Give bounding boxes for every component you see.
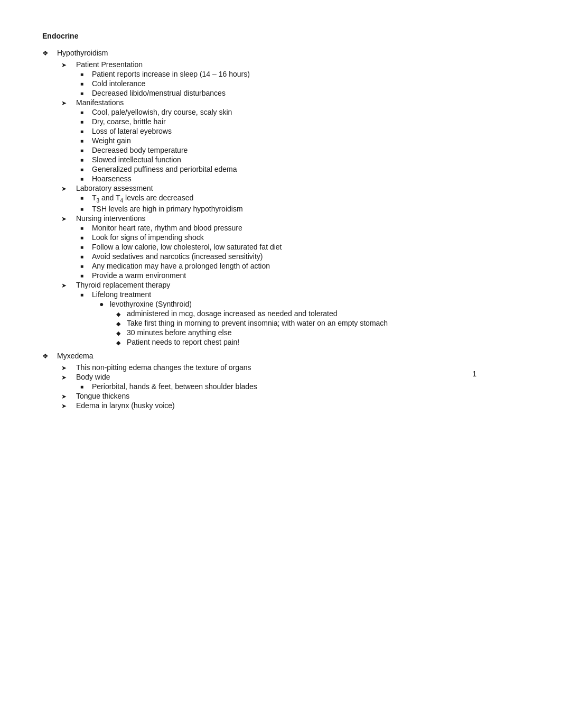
l3-text-lab2: TSH levels are high in primary hypothyro…	[92, 205, 243, 213]
list-item-drug-detail1: ◆ administered in mcg, dosage increased …	[116, 309, 519, 318]
list-item-ni2: ■ Look for signs of impending shock	[80, 233, 519, 242]
l2-label-patient-presentation: Patient Presentation	[76, 60, 143, 69]
l3-text-m6: Slowed intellectual function	[92, 155, 181, 164]
l5-text-d2: Take first thing in morning to prevent i…	[127, 319, 388, 327]
list-item-ni6: ■ Provide a warm environment	[80, 271, 519, 280]
l3-bullet-ni5: ■	[80, 262, 92, 269]
l2-bullet-tongue: ➤	[61, 392, 76, 400]
l3-bullet-m8: ■	[80, 174, 92, 182]
list-item-pp3: ■ Decreased libido/menstrual disturbance…	[80, 89, 519, 97]
l3-text-ni3: Follow a low calorie, low cholesterol, l…	[92, 243, 282, 251]
l3-text-m8: Hoarseness	[92, 174, 132, 183]
l5-bullet-d1: ◆	[116, 309, 127, 318]
l3-bullet-pp2: ■	[80, 79, 92, 87]
l3-bullet-m6: ■	[80, 155, 92, 163]
list-item-manifestations: ➤ Manifestations	[61, 98, 519, 107]
list-item-drug-detail2: ◆ Take first thing in morning to prevent…	[116, 319, 519, 327]
l3-bullet-m2: ■	[80, 117, 92, 125]
l3-text-ni1: Monitor heart rate, rhythm and blood pre…	[92, 224, 242, 232]
l3-text-lifelong: Lifelong treatment	[92, 290, 151, 299]
l3-bullet-ni6: ■	[80, 271, 92, 279]
l3-text-ni6: Provide a warm environment	[92, 271, 186, 280]
list-item-m2: ■ Dry, coarse, brittle hair	[80, 117, 519, 126]
l3-bullet-lifelong: ■	[80, 290, 92, 298]
list-item-ni4: ■ Avoid sedatives and narcotics (increas…	[80, 252, 519, 261]
l3-bullet-lab1: ■	[80, 193, 92, 201]
list-item-myxedema-desc: ➤ This non-pitting edema changes the tex…	[61, 363, 519, 372]
l5-bullet-d2: ◆	[116, 319, 127, 327]
list-item-m6: ■ Slowed intellectual function	[80, 155, 519, 164]
l2-bullet-myxedema-desc: ➤	[61, 363, 76, 372]
l2-bullet-laboratory: ➤	[61, 184, 76, 192]
l5-bullet-d4: ◆	[116, 338, 127, 346]
list-item-patient-presentation: ➤ Patient Presentation	[61, 60, 519, 69]
l3-text-lab1: T3 and T4 levels are decreased	[92, 193, 193, 204]
l3-bullet-ni2: ■	[80, 233, 92, 241]
list-item-tongue: ➤ Tongue thickens	[61, 392, 519, 400]
list-item-m7: ■ Generalized puffiness and periorbital …	[80, 165, 519, 173]
l4-text-levothyroxine: levothyroxine (Synthroid)	[110, 300, 192, 308]
l1-bullet-hypothyroidism: ❖	[42, 49, 57, 57]
l2-bullet-manifestations: ➤	[61, 98, 76, 107]
list-item-m1: ■ Cool, pale/yellowish, dry course, scal…	[80, 108, 519, 116]
l3-bullet-m5: ■	[80, 146, 92, 153]
l2-text-tongue: Tongue thickens	[76, 392, 129, 400]
list-item-ni3: ■ Follow a low calorie, low cholesterol,…	[80, 243, 519, 251]
l2-label-nursing: Nursing interventions	[76, 214, 146, 223]
l5-text-d3: 30 minutes before anything else	[127, 328, 231, 337]
list-item-pp2: ■ Cold intolerance	[80, 79, 519, 88]
l3-text-m1: Cool, pale/yellowish, dry course, scaly …	[92, 108, 232, 116]
l3-text-m3: Loss of lateral eyebrows	[92, 127, 172, 135]
l3-bullet-m7: ■	[80, 165, 92, 172]
l3-text-ni4: Avoid sedatives and narcotics (increased…	[92, 252, 263, 261]
list-item-larynx: ➤ Edema in larynx (husky voice)	[61, 401, 519, 410]
list-item-laboratory: ➤ Laboratory assessment	[61, 184, 519, 192]
l3-text-periorbital: Periorbital, hands & feet, between shoul…	[92, 382, 257, 391]
list-item-periorbital: ■ Periorbital, hands & feet, between sho…	[80, 382, 519, 391]
l2-bullet-thyroid: ➤	[61, 281, 76, 289]
list-item-myxedema: ❖ Myxedema	[42, 352, 519, 360]
list-item-m4: ■ Weight gain	[80, 136, 519, 145]
list-item-lab2: ■ TSH levels are high in primary hypothy…	[80, 205, 519, 213]
l3-text-ni2: Look for signs of impending shock	[92, 233, 204, 242]
page-number: 1	[472, 370, 476, 378]
l3-bullet-periorbital: ■	[80, 382, 92, 390]
list-item-pp1: ■ Patient reports increase in sleep (14 …	[80, 70, 519, 78]
l3-bullet-ni4: ■	[80, 252, 92, 260]
l3-bullet-ni3: ■	[80, 243, 92, 250]
list-item-body-wide: ➤ Body wide	[61, 373, 519, 381]
l2-bullet-body-wide: ➤	[61, 373, 76, 381]
l1-label-hypothyroidism: Hypothyroidism	[57, 49, 108, 57]
l3-text-ni5: Any medication may have a prolonged leng…	[92, 262, 270, 270]
l3-text-m7: Generalized puffiness and periorbital ed…	[92, 165, 237, 173]
l2-label-laboratory: Laboratory assessment	[76, 184, 153, 192]
l2-text-larynx: Edema in larynx (husky voice)	[76, 401, 175, 410]
l1-label-myxedema: Myxedema	[57, 352, 93, 360]
list-item-lab1: ■ T3 and T4 levels are decreased	[80, 193, 519, 204]
l2-text-myxedema-desc: This non-pitting edema changes the textu…	[76, 363, 251, 372]
list-item-m5: ■ Decreased body temperature	[80, 146, 519, 154]
l3-text-pp1: Patient reports increase in sleep (14 – …	[92, 70, 250, 78]
list-item-ni5: ■ Any medication may have a prolonged le…	[80, 262, 519, 270]
l3-bullet-m3: ■	[80, 127, 92, 134]
l3-text-pp2: Cold intolerance	[92, 79, 145, 88]
l3-text-m4: Weight gain	[92, 136, 131, 145]
l3-text-m5: Decreased body temperature	[92, 146, 188, 154]
list-item-m3: ■ Loss of lateral eyebrows	[80, 127, 519, 135]
l2-bullet-nursing: ➤	[61, 214, 76, 223]
list-item-ni1: ■ Monitor heart rate, rhythm and blood p…	[80, 224, 519, 232]
l2-label-thyroid: Thyroid replacement therapy	[76, 281, 170, 289]
l3-bullet-lab2: ■	[80, 205, 92, 212]
l3-text-m2: Dry, coarse, brittle hair	[92, 117, 166, 126]
list-item-thyroid-replacement: ➤ Thyroid replacement therapy	[61, 281, 519, 289]
l5-text-d4: Patient needs to report chest pain!	[127, 338, 239, 346]
l3-bullet-m4: ■	[80, 136, 92, 144]
l2-bullet-patient-presentation: ➤	[61, 60, 76, 69]
l2-text-body-wide: Body wide	[76, 373, 110, 381]
list-item-levothyroxine: ● levothyroxine (Synthroid)	[99, 300, 519, 308]
l3-bullet-m1: ■	[80, 108, 92, 115]
l3-text-pp3: Decreased libido/menstrual disturbances	[92, 89, 226, 97]
l4-bullet-levothyroxine: ●	[99, 300, 110, 308]
l3-bullet-pp3: ■	[80, 89, 92, 96]
list-item-lifelong: ■ Lifelong treatment	[80, 290, 519, 299]
